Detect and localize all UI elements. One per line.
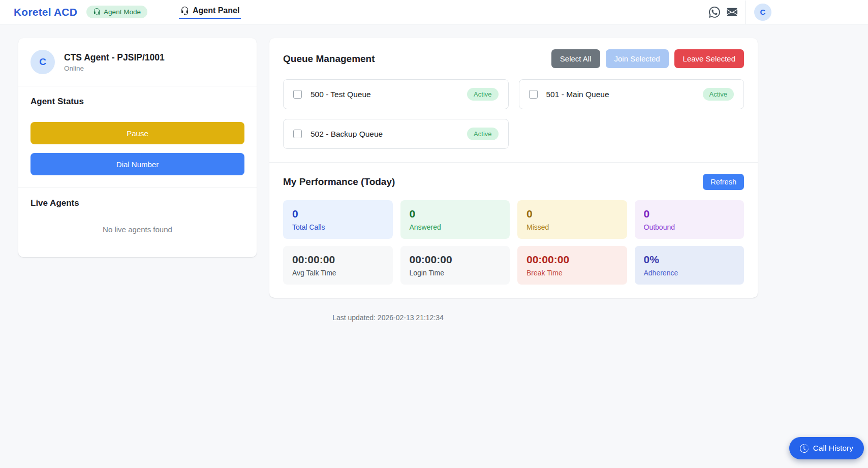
stat-value: 00:00:00 — [292, 254, 384, 266]
stat-avg-talk-time: 00:00:00 Avg Talk Time — [283, 246, 393, 285]
performance-title: My Performance (Today) — [283, 176, 395, 188]
tab-agent-panel-label: Agent Panel — [193, 6, 239, 15]
stat-label: Adherence — [644, 269, 735, 277]
queue-row[interactable]: 501 - Main Queue Active — [519, 79, 745, 109]
agent-status-section: Agent Status Pause Dial Number — [18, 86, 257, 188]
refresh-button[interactable]: Refresh — [703, 174, 744, 190]
stat-label: Total Calls — [292, 223, 384, 231]
queue-management-section: Queue Management Select All Join Selecte… — [269, 38, 758, 163]
tab-agent-panel[interactable]: Agent Panel — [179, 5, 241, 19]
agent-name: CTS Agent - PJSIP/1001 — [64, 52, 165, 63]
queue-row[interactable]: 502 - Backup Queue Active — [283, 119, 509, 149]
queue-checkbox[interactable] — [293, 130, 302, 138]
stat-answered: 0 Answered — [400, 200, 510, 239]
stat-break-time: 00:00:00 Break Time — [517, 246, 627, 285]
call-history-label: Call History — [813, 444, 853, 453]
agent-presence: Online — [64, 65, 165, 72]
queue-checkbox[interactable] — [529, 90, 538, 99]
dial-number-button[interactable]: Dial Number — [30, 153, 244, 175]
stat-value: 0 — [292, 208, 384, 220]
user-avatar[interactable]: C — [754, 4, 771, 21]
stat-total-calls: 0 Total Calls — [283, 200, 393, 239]
leave-selected-button[interactable]: Leave Selected — [674, 49, 744, 68]
stat-label: Outbound — [644, 223, 735, 231]
queue-status-badge: Active — [467, 128, 498, 140]
stat-value: 0% — [644, 254, 735, 266]
stat-label: Missed — [526, 223, 618, 231]
stat-adherence: 0% Adherence — [635, 246, 745, 285]
stat-value: 0 — [644, 208, 735, 220]
stat-label: Login Time — [410, 269, 501, 277]
stat-value: 0 — [410, 208, 501, 220]
header-divider — [746, 1, 746, 24]
queue-checkbox[interactable] — [293, 90, 302, 99]
agent-mode-badge: Agent Mode — [86, 6, 147, 18]
last-updated-text: Last updated: 2026-02-13 21:12:34 — [18, 314, 758, 322]
stat-label: Avg Talk Time — [292, 269, 384, 277]
queue-label: 501 - Main Queue — [546, 90, 609, 99]
headset-icon — [93, 8, 101, 16]
headset-icon — [180, 7, 189, 15]
stat-label: Break Time — [526, 269, 618, 277]
queue-row[interactable]: 500 - Test Queue Active — [283, 79, 509, 109]
top-header: Koretel ACD Agent Mode Agent Panel C — [0, 0, 868, 24]
agent-profile: C CTS Agent - PJSIP/1001 Online — [18, 38, 257, 86]
queue-status-badge: Active — [703, 88, 734, 101]
agent-status-title: Agent Status — [30, 97, 244, 107]
queue-label: 500 - Test Queue — [311, 90, 371, 99]
live-agents-title: Live Agents — [30, 198, 244, 208]
call-history-button[interactable]: Call History — [789, 437, 864, 459]
pause-button[interactable]: Pause — [30, 122, 244, 144]
agent-mode-label: Agent Mode — [104, 8, 141, 16]
history-icon — [800, 444, 809, 453]
stat-value: 00:00:00 — [526, 254, 618, 266]
stat-login-time: 00:00:00 Login Time — [400, 246, 510, 285]
stat-value: 00:00:00 — [410, 254, 501, 266]
brand-logo: Koretel ACD — [14, 6, 77, 18]
main-content: C CTS Agent - PJSIP/1001 Online Agent St… — [0, 24, 758, 298]
live-agents-section: Live Agents No live agents found — [18, 188, 257, 257]
agent-avatar: C — [30, 50, 55, 74]
live-agents-empty-message: No live agents found — [30, 208, 244, 245]
select-all-button[interactable]: Select All — [551, 49, 600, 68]
join-selected-button[interactable]: Join Selected — [606, 49, 669, 68]
whatsapp-icon[interactable] — [706, 4, 723, 21]
stat-label: Answered — [410, 223, 501, 231]
email-icon[interactable] — [723, 4, 740, 21]
queue-status-badge: Active — [467, 88, 498, 101]
stat-missed: 0 Missed — [517, 200, 627, 239]
agent-card: C CTS Agent - PJSIP/1001 Online Agent St… — [18, 38, 257, 257]
queue-label: 502 - Backup Queue — [311, 130, 383, 139]
queue-management-title: Queue Management — [283, 53, 375, 65]
queues-performance-card: Queue Management Select All Join Selecte… — [269, 38, 758, 298]
performance-section: My Performance (Today) Refresh 0 Total C… — [269, 163, 758, 298]
stat-value: 0 — [526, 208, 618, 220]
stat-outbound: 0 Outbound — [635, 200, 745, 239]
